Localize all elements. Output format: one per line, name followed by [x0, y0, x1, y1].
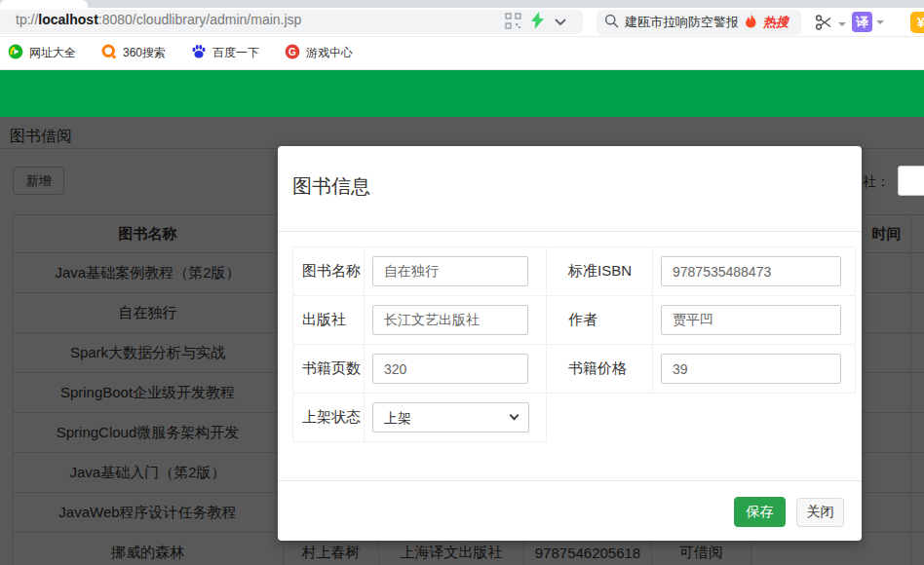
save-button[interactable]: 保存 — [734, 497, 786, 527]
field-label-pages: 书籍页数 — [293, 359, 361, 378]
chevron-down-icon[interactable] — [554, 14, 567, 31]
hot-flame-icon — [745, 14, 757, 32]
qr-code-icon[interactable] — [505, 13, 521, 33]
app-header-bar — [0, 70, 924, 117]
search-icon — [604, 14, 619, 32]
bookmark-baidu[interactable]: 百度一下 — [191, 44, 259, 63]
price-input[interactable] — [661, 354, 841, 384]
translate-icon[interactable]: 译 — [852, 12, 872, 32]
screenshot-scissors-icon[interactable] — [813, 12, 834, 37]
book-info-modal: 图书信息 图书名称 标准ISBN 出版社 作者 书籍页数 书籍价格 上架状态 上… — [278, 146, 862, 541]
tab-strip — [0, 0, 924, 8]
search-box[interactable]: 建瓯市拉响防空警报 热搜 — [597, 10, 801, 35]
isbn-input[interactable] — [661, 256, 841, 286]
close-button[interactable]: 关闭 — [796, 498, 844, 527]
browser-toolbar: tp://localhost:8080/cloudlibrary/admin/m… — [0, 8, 924, 37]
bookmark-game-center[interactable]: G 游戏中心 — [285, 44, 353, 63]
search-query-text: 建瓯市拉响防空警报 — [625, 14, 739, 31]
book-form: 图书名称 标准ISBN 出版社 作者 书籍页数 书籍价格 上架状态 上架 — [292, 246, 855, 442]
author-input[interactable] — [661, 305, 841, 335]
modal-title: 图书信息 — [292, 173, 370, 200]
svg-text:G: G — [289, 46, 296, 56]
divider — [278, 480, 862, 481]
publisher-filter-input[interactable] — [898, 166, 924, 196]
shelf-status-select[interactable]: 上架 — [372, 402, 529, 433]
field-label-author: 作者 — [547, 311, 597, 329]
speed-lightning-icon[interactable] — [530, 12, 545, 33]
book-name-input[interactable] — [372, 256, 528, 286]
field-label-isbn: 标准ISBN — [547, 262, 632, 281]
translate-menu-caret[interactable] — [876, 20, 884, 24]
site-nav-icon — [8, 44, 23, 63]
field-label-publisher: 出版社 — [293, 311, 346, 329]
bookmarks-bar: 网址大全 360搜索 百度一下 G 游戏中心 — [0, 37, 924, 70]
active-tab[interactable] — [0, 0, 88, 8]
game-center-icon: G — [285, 44, 300, 63]
field-label-price: 书籍价格 — [547, 359, 627, 378]
wallet-coin-icon[interactable]: ¥ — [910, 12, 924, 33]
pages-input[interactable] — [372, 354, 528, 384]
hot-search-label[interactable]: 热搜 — [763, 14, 789, 31]
360-search-icon — [101, 44, 117, 63]
scissors-menu-caret[interactable] — [838, 22, 846, 26]
bookmark-wangzhi[interactable]: 网址大全 — [8, 44, 76, 63]
browser-window: tp://localhost:8080/cloudlibrary/admin/m… — [0, 0, 924, 565]
url-text[interactable]: tp://localhost:8080/cloudlibrary/admin/m… — [16, 12, 301, 27]
publisher-input[interactable] — [372, 305, 528, 335]
bookmark-360search[interactable]: 360搜索 — [101, 44, 166, 63]
divider — [278, 231, 862, 232]
field-label-book-name: 图书名称 — [293, 262, 361, 281]
field-label-shelf-status: 上架状态 — [293, 408, 361, 427]
baidu-paw-icon — [191, 44, 207, 63]
